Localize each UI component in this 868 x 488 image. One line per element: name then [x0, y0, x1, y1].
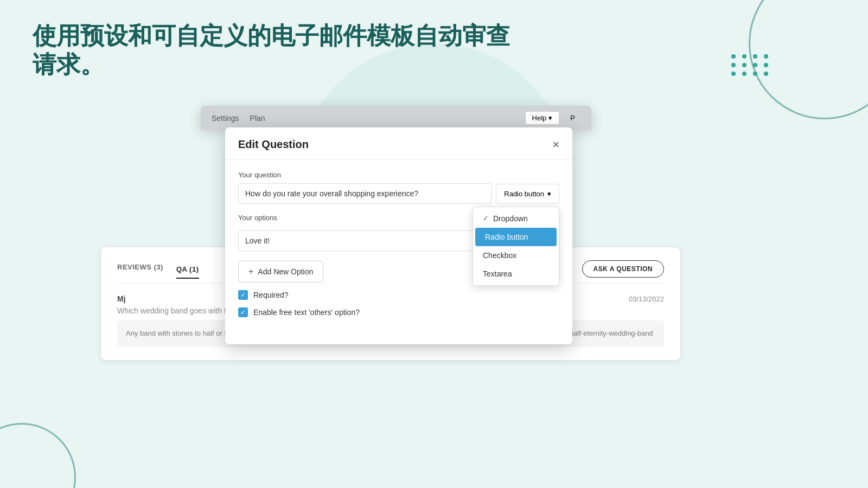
type-selector-container: Radio button ▾ ✓ Dropdown Radio button C… [496, 184, 559, 204]
dropdown-item-radio[interactable]: Radio button [475, 228, 557, 246]
question-input[interactable] [238, 183, 492, 204]
modal-topbar: Settings Plan Help ▾ P [201, 106, 591, 130]
help-button[interactable]: Help ▾ [525, 111, 560, 125]
plus-icon: + [248, 267, 253, 277]
page-heading: 使用预设和可自定义的电子邮件模板自动审查请求。 [33, 22, 521, 79]
modal-window: Settings Plan Help ▾ P [201, 106, 591, 130]
type-dropdown-menu: ✓ Dropdown Radio button Checkbox Textare… [473, 207, 559, 286]
textarea-item-label: Textarea [483, 269, 512, 278]
free-text-checkbox[interactable] [238, 307, 248, 317]
type-selector-button[interactable]: Radio button ▾ [496, 184, 559, 204]
ask-question-button[interactable]: ASK A QUESTION [582, 260, 664, 278]
tab-qa[interactable]: QA (1) [176, 265, 199, 279]
type-label: Radio button [504, 190, 544, 198]
free-text-label: Enable free text 'others' option? [253, 308, 360, 317]
bg-circle-bottom-left [0, 423, 76, 488]
checkbox-item-label: Checkbox [483, 251, 516, 260]
add-option-label: Add New Option [258, 267, 313, 276]
dropdown-item-label: Dropdown [493, 214, 528, 223]
settings-tab[interactable]: Settings [212, 114, 239, 123]
plan-tab[interactable]: Plan [250, 114, 265, 123]
edit-question-dialog: Edit Question × Your question Radio butt… [225, 127, 572, 344]
dialog-body: Your question Radio button ▾ ✓ Dropdown … [225, 160, 572, 328]
required-label: Required? [253, 291, 289, 299]
checkmark-dropdown: ✓ [483, 214, 489, 222]
free-text-row: Enable free text 'others' option? [238, 307, 559, 317]
type-chevron: ▾ [547, 190, 551, 198]
tab-reviews[interactable]: REVIEWS (3) [117, 263, 163, 275]
required-row: Required? [238, 290, 559, 300]
dropdown-item-checkbox[interactable]: Checkbox [473, 246, 559, 265]
radio-item-label: Radio button [485, 233, 528, 241]
qa-user: Mj [117, 294, 126, 303]
topbar-right: Help ▾ P [525, 111, 580, 125]
required-checkbox[interactable] [238, 290, 248, 300]
question-row: Radio button ▾ ✓ Dropdown Radio button C… [238, 183, 559, 204]
topbar-extra-button[interactable]: P [565, 112, 580, 124]
qa-date: 03/13/2022 [629, 295, 664, 303]
question-field-label: Your question [238, 171, 559, 179]
add-option-button[interactable]: + Add New Option [238, 261, 323, 282]
dialog-header: Edit Question × [225, 127, 572, 160]
dots-decoration [731, 54, 770, 76]
dropdown-item-dropdown[interactable]: ✓ Dropdown [473, 209, 559, 228]
dropdown-item-textarea[interactable]: Textarea [473, 265, 559, 283]
close-dialog-button[interactable]: × [552, 139, 559, 151]
dialog-title: Edit Question [238, 138, 309, 151]
